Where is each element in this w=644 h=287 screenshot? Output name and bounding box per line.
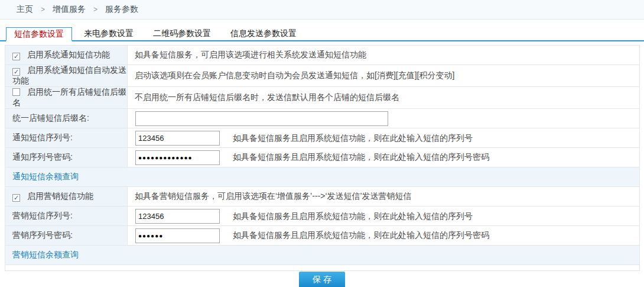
marketing-sms-balance-link[interactable]: 营销短信余额查询 bbox=[12, 250, 79, 259]
checkbox-label: 启用系统通知短信功能 bbox=[27, 50, 110, 59]
breadcrumb-item-home[interactable]: 主页 bbox=[17, 4, 33, 15]
table-row: 通知短信余额查询 bbox=[5, 167, 640, 187]
checkbox-label: 启用系统通知短信自动发送功能 bbox=[12, 65, 126, 85]
table-row: ✓ 启用统一所有店铺短信后缀名 不启用统一所有店铺短信后缀名时，发送信默认用各个… bbox=[5, 87, 640, 109]
table-row: 通知序列号密码: 如具备短信服务且启用系统短信功能，则在此处输入短信的序列号密码 bbox=[5, 148, 640, 167]
row-description: 不启用统一所有店铺短信后缀名时，发送信默认用各个店铺的短信后缀名 bbox=[135, 92, 399, 102]
field-label: 营销短信序列号: bbox=[12, 211, 73, 220]
marketing-sms-serial-input[interactable] bbox=[135, 209, 220, 224]
row-description: 启动该选项则在会员账户信息变动时自动为会员发送通知短信，如[消费][充值][积分… bbox=[135, 70, 454, 80]
checkmark-icon: ✓ bbox=[14, 53, 19, 60]
save-row: 保 存 bbox=[0, 271, 644, 287]
checkbox-enable-auto-send-sms[interactable]: ✓ bbox=[12, 68, 20, 76]
notify-sms-serial-input[interactable] bbox=[135, 131, 220, 146]
notify-sms-balance-link[interactable]: 通知短信余额查询 bbox=[12, 172, 79, 181]
row-description: 如具备短信服务，可启用该选项进行相关系统发送通知短信功能 bbox=[135, 50, 366, 59]
table-row: ✓ 启用系统通知短信功能 如具备短信服务，可启用该选项进行相关系统发送通知短信功… bbox=[5, 46, 640, 65]
table-row: ✓ 启用营销短信功能 如具备营销短信服务，可启用该选项在‘增值服务’--->‘发… bbox=[5, 187, 640, 207]
marketing-serial-password-input[interactable] bbox=[135, 228, 220, 243]
field-label: 统一店铺短信后缀名: bbox=[12, 113, 89, 122]
table-row: 营销序列号密码: 如具备短信服务且启用系统短信功能，则在此处输入短信的序列号密码 bbox=[5, 226, 640, 246]
table-row: ✓ 启用系统通知短信自动发送功能 启动该选项则在会员账户信息变动时自动为会员发送… bbox=[5, 65, 640, 87]
tab-message-send-params[interactable]: 信息发送参数设置 bbox=[223, 27, 304, 40]
field-label: 通知序列号密码: bbox=[12, 152, 73, 162]
tab-call-params[interactable]: 来电参数设置 bbox=[76, 27, 141, 40]
checkmark-icon: ✓ bbox=[14, 195, 19, 201]
breadcrumb-item-service-params[interactable]: 服务参数 bbox=[105, 4, 138, 15]
breadcrumb-item-value-added-services[interactable]: 增值服务 bbox=[53, 4, 86, 15]
field-label: 营销序列号密码: bbox=[12, 230, 73, 240]
sms-params-form: ✓ 启用系统通知短信功能 如具备短信服务，可启用该选项进行相关系统发送通知短信功… bbox=[5, 45, 640, 271]
save-button[interactable]: 保 存 bbox=[299, 272, 345, 287]
table-row: 统一店铺短信后缀名: bbox=[5, 109, 640, 128]
tab-qrcode-params[interactable]: 二维码参数设置 bbox=[145, 27, 219, 40]
row-description: 如具备短信服务且启用系统短信功能，则在此处输入短信的序列号密码 bbox=[233, 230, 489, 240]
row-description: 如具备短信服务且启用系统短信功能，则在此处输入短信的序列号 bbox=[233, 211, 473, 221]
checkbox-label: 启用营销短信功能 bbox=[27, 191, 93, 201]
checkbox-enable-system-notify-sms[interactable]: ✓ bbox=[12, 53, 20, 60]
table-row: 通知短信序列号: 如具备短信服务且启用系统短信功能，则在此处输入短信的序列号 bbox=[5, 128, 640, 148]
field-label: 通知短信序列号: bbox=[12, 133, 73, 142]
checkbox-label: 启用统一所有店铺短信后缀名 bbox=[12, 87, 126, 107]
table-row: 营销短信余额查询 bbox=[5, 246, 640, 265]
notify-serial-password-input[interactable] bbox=[135, 150, 220, 165]
unified-suffix-input[interactable] bbox=[135, 111, 388, 126]
checkmark-icon: ✓ bbox=[14, 69, 19, 75]
checkbox-enable-marketing-sms[interactable]: ✓ bbox=[12, 194, 20, 202]
table-row: 营销短信序列号: 如具备短信服务且启用系统短信功能，则在此处输入短信的序列号 bbox=[5, 207, 640, 226]
tab-bar: 短信参数设置 来电参数设置 二维码参数设置 信息发送参数设置 bbox=[0, 27, 644, 41]
breadcrumb-separator: > bbox=[41, 5, 45, 14]
row-description: 如具备短信服务且启用系统短信功能，则在此处输入短信的序列号密码 bbox=[233, 152, 489, 162]
row-description: 如具备营销短信服务，可启用该选项在‘增值服务’--->‘发送短信’发送营销短信 bbox=[135, 191, 412, 201]
checkbox-enable-unified-suffix[interactable]: ✓ bbox=[12, 88, 20, 96]
spacer-row bbox=[5, 265, 640, 271]
breadcrumb: 主页 > 增值服务 > 服务参数 bbox=[0, 0, 644, 20]
row-description: 如具备短信服务且启用系统短信功能，则在此处输入短信的序列号 bbox=[233, 133, 473, 143]
tab-sms-params[interactable]: 短信参数设置 bbox=[6, 27, 72, 41]
breadcrumb-separator: > bbox=[93, 5, 97, 14]
